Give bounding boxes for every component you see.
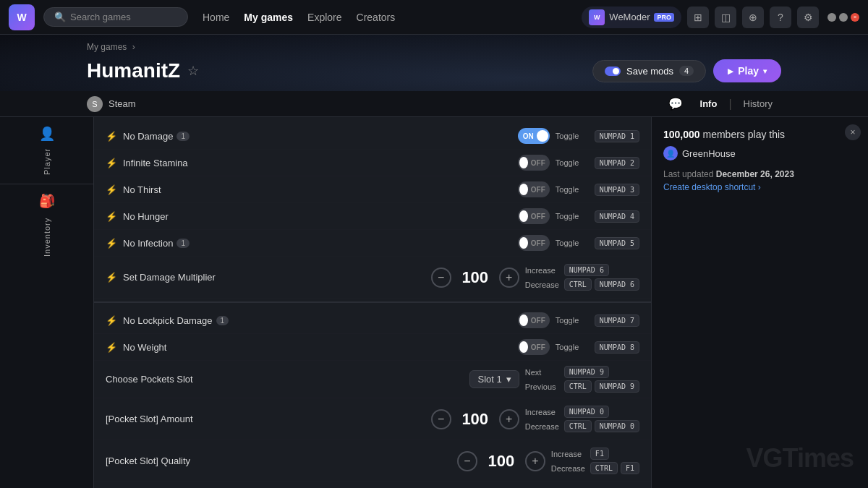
breadcrumb-parent[interactable]: My games (87, 42, 127, 52)
kbd-thirst[interactable]: NUMPAD 3 (595, 184, 639, 196)
wemodder-badge: W WeModer PRO (582, 7, 681, 28)
keybind-infection: Toggle NUMPAD 5 (556, 237, 639, 249)
kbd-dmg-decrease-ctrl[interactable]: CTRL (564, 278, 592, 291)
nav-links: Home My games Explore Creators (203, 12, 395, 23)
kbd-weight[interactable]: NUMPAD 8 (595, 341, 639, 354)
player-label: Player (43, 146, 51, 175)
message-icon[interactable]: 💬 (668, 97, 683, 111)
mod-name-thirst: No Thirst (123, 184, 512, 195)
kbd-pocket-inc[interactable]: NUMPAD 0 (564, 406, 609, 418)
desktop-shortcut-link[interactable]: Create desktop shortcut › (663, 182, 856, 192)
kbd-stamina[interactable]: NUMPAD 2 (595, 157, 639, 169)
bolt-icon-dmg: ⚡ (106, 272, 117, 283)
sidebar-section-player[interactable]: 👤 Player (0, 117, 93, 184)
author-row: 👤 GreenHouse (663, 146, 856, 160)
bolt-icon-weight: ⚡ (106, 342, 117, 353)
search-icon: 🔍 (54, 12, 66, 22)
toggle-knob-thirst (519, 184, 528, 195)
kbd-quality-inc[interactable]: F1 (590, 448, 609, 460)
kbd-hunger[interactable]: NUMPAD 4 (595, 210, 639, 223)
nav-explore[interactable]: Explore (307, 12, 341, 23)
collection-icon[interactable]: ⊞ (687, 7, 709, 28)
kbd-pocket-dec-ctrl[interactable]: CTRL (564, 420, 592, 432)
play-button[interactable]: ▶ Play ▾ (713, 59, 781, 82)
mod-row-pocket-amount: [Pocket Slot] Amount − 100 + Increase NU… (94, 398, 651, 440)
sidebar-section-inventory[interactable]: 🎒 Inventory (0, 184, 93, 265)
maximize-button[interactable]: □ (839, 13, 848, 22)
author-avatar: 👤 (663, 146, 678, 160)
save-mods-button[interactable]: Save mods 4 (592, 60, 706, 82)
close-button[interactable]: × (851, 13, 859, 22)
help-icon[interactable]: ? (770, 7, 791, 28)
player-icon: 👤 (39, 126, 55, 142)
last-updated-label: Last updated (663, 169, 713, 179)
kbd-lockpick[interactable]: NUMPAD 7 (595, 314, 639, 327)
toggle-hunger[interactable]: OFF (518, 208, 550, 224)
nav-creators[interactable]: Creators (357, 12, 396, 23)
mod-name-dmg: Set Damage Multiplier (123, 272, 425, 283)
kb-quality-decrease: Decrease (551, 464, 587, 473)
main-content: 👤 Player 🎒 Inventory ⚡ No Damage 1 ON (0, 117, 868, 488)
toggle-stamina[interactable]: OFF (518, 155, 550, 171)
toggle-label-thirst: OFF (531, 186, 545, 194)
pocket-quality-value: 100 (483, 452, 519, 471)
toggle-knob-stamina (519, 157, 528, 168)
game-title-wrap: HumanitZ ☆ (87, 59, 199, 82)
window-controls: − □ × (827, 13, 859, 22)
kbd-infection[interactable]: NUMPAD 5 (595, 237, 639, 249)
toggle-lockpick[interactable]: OFF (518, 312, 550, 328)
info-close-button[interactable]: × (845, 124, 861, 140)
toggle-no-damage[interactable]: ON (518, 128, 550, 144)
kbd-pocket-dec-key[interactable]: NUMPAD 0 (595, 420, 639, 432)
decrease-pocket-amount-button[interactable]: − (431, 409, 451, 429)
toggle-thirst[interactable]: OFF (518, 181, 550, 197)
tab-info[interactable]: Info (692, 95, 726, 112)
kb-toggle-label-stamina: Toggle (556, 158, 592, 167)
left-sidebar: 👤 Player 🎒 Inventory (0, 117, 94, 488)
mods-panel: ⚡ No Damage 1 ON Toggle NUMPAD 1 ⚡ In (94, 117, 651, 488)
kbd-dmg-decrease-key[interactable]: NUMPAD 6 (595, 278, 639, 291)
kbd-dmg-increase[interactable]: NUMPAD 6 (564, 264, 609, 276)
platform-label: Steam (109, 98, 136, 109)
toggle-weight[interactable]: OFF (518, 339, 550, 355)
increase-pocket-amount-button[interactable]: + (499, 409, 519, 429)
toggle-knob-infection (519, 237, 528, 249)
slot-select[interactable]: Slot 1 ▾ (469, 370, 519, 388)
keybind-no-damage: Toggle NUMPAD 1 (556, 130, 639, 142)
keybind-pocket-quality: Increase F1 Decrease CTRL F1 (551, 448, 639, 474)
kbd-quality-dec-ctrl[interactable]: CTRL (590, 462, 618, 474)
decrease-pocket-quality-button[interactable]: − (457, 451, 477, 471)
members-number: 100,000 (663, 129, 700, 140)
discord-icon[interactable]: ⊕ (742, 7, 764, 28)
mod-row-no-damage: ⚡ No Damage 1 ON Toggle NUMPAD 1 (94, 123, 651, 150)
kbd-slot-prev-key[interactable]: NUMPAD 9 (595, 380, 639, 393)
keybind-dmg: Increase NUMPAD 6 Decrease CTRL NUMPAD 6 (525, 264, 639, 291)
nav-home[interactable]: Home (203, 12, 229, 23)
decrease-damage-button[interactable]: − (431, 267, 451, 288)
kbd-quality-dec-key[interactable]: F1 (621, 462, 639, 474)
toggle-knob-hunger (519, 210, 528, 222)
save-mods-toggle-icon (605, 67, 621, 76)
search-box[interactable]: 🔍 Search games (43, 7, 188, 27)
bolt-icon-infection: ⚡ (106, 238, 117, 249)
topnav: W 🔍 Search games Home My games Explore C… (0, 0, 868, 35)
toggle-knob-lockpick (519, 314, 528, 326)
kbd-no-damage[interactable]: NUMPAD 1 (595, 130, 639, 142)
toggle-infection[interactable]: OFF (518, 235, 550, 251)
kbd-slot-prev-ctrl[interactable]: CTRL (564, 380, 592, 393)
kb-toggle-weight: Toggle (556, 343, 592, 351)
kbd-slot-next[interactable]: NUMPAD 9 (564, 366, 609, 378)
increase-damage-button[interactable]: + (499, 267, 519, 288)
search-placeholder: Search games (70, 12, 131, 22)
mod-name-infection: No Infection 1 (123, 238, 512, 249)
minimize-button[interactable]: − (827, 13, 836, 22)
mod-badge-lockpick: 1 (216, 316, 229, 325)
favorite-icon[interactable]: ☆ (187, 63, 199, 79)
increase-pocket-quality-button[interactable]: + (525, 451, 545, 471)
tab-history[interactable]: History (735, 95, 781, 112)
nav-my-games[interactable]: My games (244, 12, 293, 23)
settings-icon[interactable]: ⚙ (797, 7, 819, 28)
toggle-label-hunger: OFF (531, 213, 545, 221)
mod-row-no-weight: ⚡ No Weight OFF Toggle NUMPAD 8 (94, 334, 651, 361)
library-icon[interactable]: ◫ (715, 7, 736, 28)
